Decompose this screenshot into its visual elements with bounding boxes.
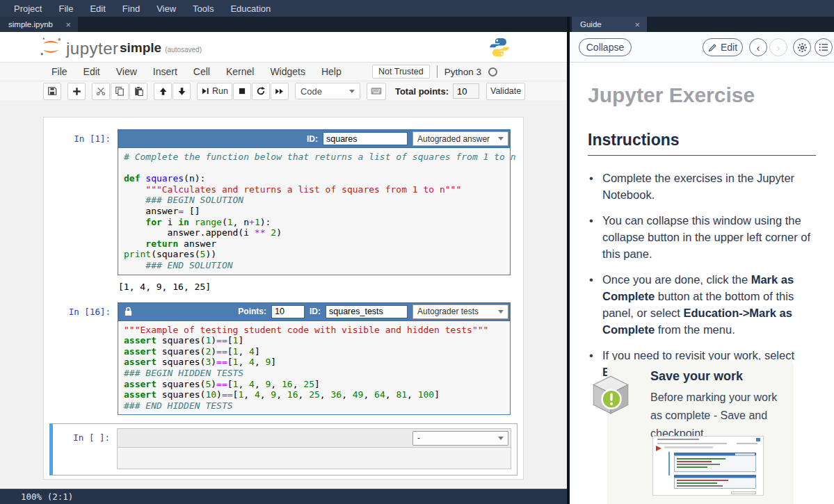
edit-button[interactable]: Edit (703, 38, 743, 56)
notebook-menubar: FileEditViewInsertCellKernelWidgetsHelp … (0, 63, 567, 81)
floppy-icon (47, 86, 57, 96)
thumb-line (657, 439, 699, 440)
grade-type-select[interactable]: - (412, 431, 508, 446)
grade-type-select[interactable]: Autograder tests (412, 304, 508, 319)
code-line: assert squares(3)==[1, 4, 9] (124, 357, 504, 368)
separator (437, 65, 438, 78)
trust-badge[interactable]: Not Trusted (372, 65, 430, 79)
code-editor[interactable]: """Example of testing student code with … (118, 321, 511, 416)
nbgrader-cell-toolbar: Points: ID: Autograder tests (118, 302, 511, 321)
kernel-idle-icon (488, 67, 497, 76)
cell-type-select[interactable]: Code (295, 83, 360, 99)
guide-title: Jupyter Exercise (588, 83, 816, 107)
instructions-heading: Instructions (588, 131, 816, 149)
points-label: Points: (238, 307, 266, 316)
cell-id-input[interactable] (326, 305, 408, 318)
restart-run-all-button[interactable] (271, 83, 289, 100)
code-line: answer.append(i ** 2) (124, 227, 504, 238)
menu-item-find[interactable]: Find (122, 3, 140, 14)
nb-menu-kernel[interactable]: Kernel (226, 66, 254, 77)
menu-item-project[interactable]: Project (14, 3, 42, 14)
grade-type-value: Autograder tests (417, 307, 479, 316)
menu-item-education[interactable]: Education (230, 3, 271, 14)
code-line: assert squares(2)==[1, 4] (124, 346, 504, 357)
chevron-down-icon (498, 437, 504, 440)
top-menubar: ProjectFileEditFindViewToolsEducation (0, 0, 834, 17)
id-label: ID: (310, 307, 321, 316)
instruction-bullet: Complete the exercises in the Jupyter No… (588, 170, 816, 203)
restart-kernel-button[interactable] (252, 83, 270, 100)
total-points-label: Total points: (395, 86, 449, 97)
save-button[interactable] (43, 83, 61, 100)
run-button[interactable]: Run (197, 83, 232, 100)
copy-cell-button[interactable] (111, 83, 129, 100)
edit-label: Edit (721, 42, 737, 53)
menu-item-view[interactable]: View (157, 3, 176, 14)
guide-header: Collapse Edit ‹ › (570, 32, 834, 63)
thumb-toolbar (664, 446, 713, 448)
move-cell-up-button[interactable] (154, 83, 172, 100)
guide-content: Jupyter Exercise Instructions Complete t… (570, 63, 834, 380)
chevron-right-icon: › (777, 42, 780, 54)
notebook-menubar-right: Not Trusted Python 3 (372, 65, 497, 79)
notebook-container: In [1]: ID: Autograded answer # Complete… (43, 117, 524, 480)
code-line: """Calculates and returns a list of squa… (124, 184, 504, 195)
code-line: assert squares(5)==[1, 4, 9, 16, 25] (124, 379, 504, 390)
validate-button[interactable]: Validate (486, 83, 525, 100)
points-input[interactable] (271, 305, 305, 318)
collapse-button[interactable]: Collapse (579, 38, 632, 56)
settings-button[interactable] (793, 38, 811, 56)
status-bar: 100% (2:1) (0, 489, 567, 504)
stop-button[interactable] (233, 83, 251, 100)
notebook-panel: jupyter simple (autosaved) FileEditViewI (0, 32, 567, 489)
empty-code-cell[interactable]: In [ ]: - (49, 423, 518, 475)
code-line: ### END SOLUTION (124, 260, 504, 271)
grade-type-value: Autograded answer (417, 134, 490, 144)
heading-rule (588, 155, 816, 156)
thumb-red-arrow (656, 446, 661, 451)
nb-menu-help[interactable]: Help (321, 66, 342, 77)
code-line: def squares(n): (124, 173, 504, 184)
menu-item-tools[interactable]: Tools (193, 3, 214, 14)
command-palette-button[interactable] (367, 83, 386, 100)
input-prompt: In [ ]: (53, 428, 117, 469)
notebook-title[interactable]: simple (120, 40, 161, 56)
close-icon[interactable]: × (634, 19, 640, 30)
scissors-icon (96, 86, 106, 96)
paste-icon (134, 86, 143, 96)
table-of-contents-button[interactable] (815, 38, 833, 56)
kernel-name: Python 3 (444, 67, 481, 77)
cell-id-input[interactable] (323, 132, 408, 145)
run-label: Run (212, 86, 228, 96)
nb-menu-file[interactable]: File (51, 66, 67, 77)
code-editor[interactable]: # Complete the function below that retur… (118, 148, 511, 275)
total-points-input[interactable] (453, 83, 479, 99)
menu-item-file[interactable]: File (58, 3, 73, 14)
tab-guide[interactable]: Guide × (572, 17, 647, 32)
instruction-bullet: You can collapse this window using the c… (588, 212, 816, 262)
arrow-up-icon (159, 87, 168, 96)
move-cell-down-button[interactable] (173, 83, 191, 100)
thumb-code-line (677, 466, 707, 468)
nb-menu-view[interactable]: View (116, 66, 137, 77)
nb-menu-edit[interactable]: Edit (83, 66, 100, 77)
thumb-code-line (677, 464, 720, 465)
thumb-empty-cell (731, 491, 756, 494)
arrow-down-icon (177, 87, 186, 96)
nb-menu-widgets[interactable]: Widgets (270, 66, 305, 77)
menu-item-edit[interactable]: Edit (90, 3, 105, 14)
tab-simple-ipynb[interactable]: simple.ipynb × (0, 17, 78, 32)
notebook-toolbar: Run Code (0, 81, 567, 101)
nb-menu-cell[interactable]: Cell (193, 66, 210, 77)
nb-menu-insert[interactable]: Insert (153, 66, 177, 77)
guide-panel: Collapse Edit ‹ › (570, 32, 834, 504)
cut-cell-button[interactable] (92, 83, 110, 100)
code-editor[interactable] (118, 448, 511, 469)
grade-type-select[interactable]: Autograded answer (412, 131, 508, 146)
close-icon[interactable]: × (65, 19, 71, 30)
previous-button[interactable]: ‹ (749, 38, 767, 56)
pencil-icon (708, 43, 717, 52)
fast-forward-icon (275, 87, 284, 96)
paste-cell-button[interactable] (129, 83, 147, 100)
add-cell-button[interactable] (67, 83, 86, 100)
